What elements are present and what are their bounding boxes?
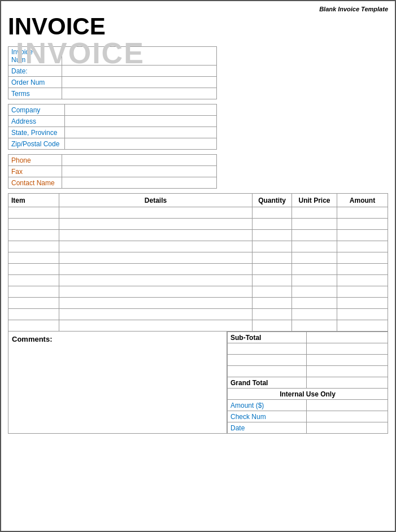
item-header: Item [8, 194, 59, 207]
table-row [8, 298, 388, 309]
subtotal-value[interactable] [306, 332, 388, 343]
state-value[interactable] [64, 127, 216, 138]
grand-total-value[interactable] [306, 377, 388, 389]
internal-date-value[interactable] [306, 422, 388, 434]
terms-label: Terms [8, 88, 62, 99]
company-row: Company [8, 104, 217, 116]
terms-value[interactable] [62, 88, 216, 99]
contact-name-row: Contact Name [8, 177, 217, 189]
zip-row: Zip/Postal Code [8, 138, 217, 150]
subtotal-label: Sub-Total [228, 332, 307, 343]
blank-totals-row-3 [228, 366, 388, 377]
fax-row: Fax [8, 166, 217, 177]
company-info-table: Company Address State, Province Zip/Post… [8, 104, 217, 150]
grand-total-label: Grand Total [228, 377, 307, 389]
amount-label: Amount ($) [228, 400, 307, 411]
contact-name-label: Contact Name [8, 177, 62, 189]
items-table: Item Details Quantity Unit Price Amount [8, 193, 388, 332]
company-value[interactable] [64, 104, 216, 116]
amount-row: Amount ($) [228, 400, 388, 411]
unit-price-header: Unit Price [292, 194, 337, 207]
order-num-row: Order Num [8, 77, 217, 88]
table-row [8, 309, 388, 320]
check-num-label: Check Num [228, 411, 307, 422]
comments-label: Comments: [12, 335, 53, 343]
subtotal-row: Sub-Total [228, 332, 388, 343]
phone-value[interactable] [62, 155, 216, 166]
table-row [8, 241, 388, 252]
table-row [8, 252, 388, 264]
blank-totals-row-2 [228, 355, 388, 366]
state-label: State, Province [8, 127, 65, 138]
table-row [8, 320, 388, 332]
order-num-value[interactable] [62, 77, 216, 88]
table-row [8, 275, 388, 286]
fax-value[interactable] [62, 166, 216, 177]
check-num-row: Check Num [228, 411, 388, 422]
fax-label: Fax [8, 166, 62, 177]
template-label: Blank Invoice Template [8, 6, 388, 12]
table-row [8, 286, 388, 298]
comments-area[interactable]: Comments: [8, 332, 227, 434]
totals-section: Sub-Total Grand Total Internal Use Only [227, 332, 388, 434]
quantity-header: Quantity [253, 194, 292, 207]
details-header: Details [59, 194, 253, 207]
invoice-watermark: INVOICE [16, 36, 145, 70]
terms-row: Terms [8, 88, 217, 99]
zip-label: Zip/Postal Code [8, 138, 65, 150]
order-num-label: Order Num [8, 77, 62, 88]
page-title: INVOICE [8, 15, 388, 38]
blank-totals-row-1 [228, 343, 388, 355]
internal-date-row: Date [228, 422, 388, 434]
internal-use-header-row: Internal Use Only [228, 389, 388, 400]
company-label: Company [8, 104, 65, 116]
phone-row: Phone [8, 155, 217, 166]
table-row [8, 264, 388, 275]
grand-total-row: Grand Total [228, 377, 388, 389]
address-value[interactable] [64, 116, 216, 127]
bottom-section: Comments: Sub-Total Grand Total [8, 332, 388, 434]
amount-header: Amount [337, 194, 388, 207]
contact-name-value[interactable] [62, 177, 216, 189]
table-row [8, 207, 388, 219]
table-row [8, 230, 388, 241]
address-label: Address [8, 116, 65, 127]
internal-date-label: Date [228, 422, 307, 434]
address-row: Address [8, 116, 217, 127]
amount-value[interactable] [306, 400, 388, 411]
check-num-value[interactable] [306, 411, 388, 422]
contact-info-table: Phone Fax Contact Name [8, 154, 217, 189]
state-row: State, Province [8, 127, 217, 138]
internal-use-label: Internal Use Only [228, 389, 388, 400]
zip-value[interactable] [64, 138, 216, 150]
table-row [8, 219, 388, 230]
phone-label: Phone [8, 155, 62, 166]
